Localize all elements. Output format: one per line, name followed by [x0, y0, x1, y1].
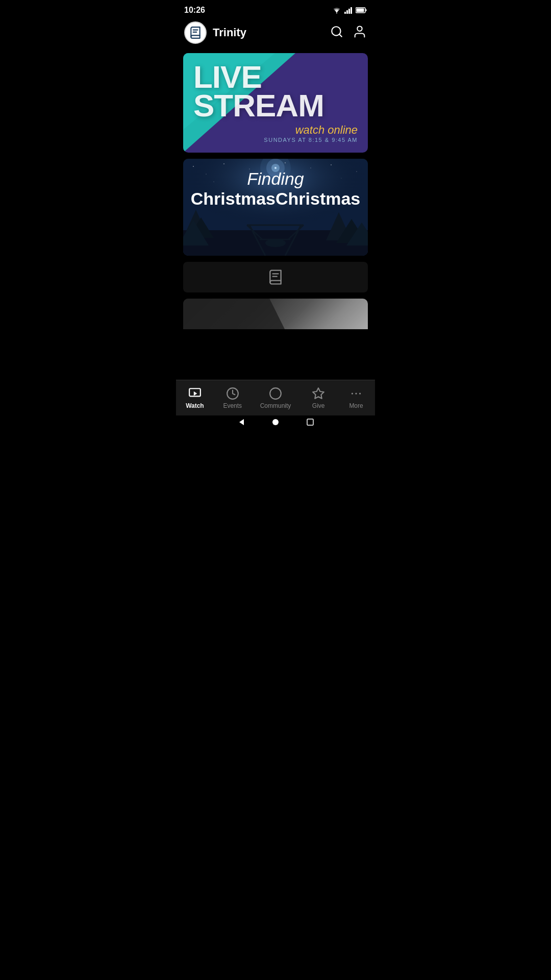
- give-nav-icon: [312, 387, 325, 400]
- content-area: LIVE STREAM watch online SUNDAYS AT 8:15…: [176, 49, 375, 381]
- svg-marker-54: [313, 388, 324, 399]
- schedule-text: SUNDAYS AT 8:15 & 9:45 AM: [193, 137, 358, 143]
- svg-point-23: [310, 167, 311, 168]
- partial-banner[interactable]: [183, 299, 368, 329]
- header-left: Trinity: [184, 21, 246, 44]
- svg-point-53: [270, 388, 281, 399]
- android-recent-button[interactable]: [306, 418, 315, 429]
- circle-icon: [269, 387, 282, 400]
- clock-icon: [226, 387, 239, 400]
- diagonal-overlay: [183, 299, 285, 329]
- svg-point-18: [193, 166, 194, 167]
- svg-rect-4: [350, 7, 352, 14]
- header: Trinity: [176, 18, 375, 49]
- svg-rect-6: [357, 9, 364, 12]
- profile-icon: [353, 24, 367, 39]
- search-icon: [330, 25, 343, 38]
- android-home-button[interactable]: [271, 418, 280, 429]
- nav-give[interactable]: Give: [303, 384, 334, 412]
- svg-rect-3: [348, 9, 350, 14]
- nav-community[interactable]: Community: [255, 384, 296, 412]
- live-text: LIVE: [193, 63, 358, 91]
- svg-point-55: [352, 393, 353, 394]
- signal-icon: [344, 7, 353, 14]
- christmas-text-overlay: Finding ChristmasChristmas: [183, 169, 368, 209]
- christmas-banner[interactable]: Finding ChristmasChristmas: [183, 159, 368, 256]
- watch-label: Watch: [186, 402, 204, 409]
- stream-text: STREAM: [193, 91, 358, 120]
- livestream-banner[interactable]: LIVE STREAM watch online SUNDAYS AT 8:15…: [183, 53, 368, 153]
- battery-icon: [356, 7, 367, 13]
- svg-point-24: [331, 164, 331, 165]
- nav-events[interactable]: Events: [217, 384, 248, 412]
- nav-watch[interactable]: Watch: [180, 384, 210, 412]
- book-open-icon: [267, 269, 284, 285]
- svg-point-56: [355, 393, 357, 394]
- search-button[interactable]: [330, 25, 343, 40]
- dots-icon: [349, 387, 363, 400]
- svg-rect-1: [344, 12, 346, 14]
- svg-point-0: [336, 13, 337, 14]
- bottom-nav: Watch Events Community Give: [176, 380, 375, 415]
- profile-button[interactable]: [353, 24, 367, 41]
- svg-rect-2: [346, 10, 348, 14]
- events-nav-icon: [226, 387, 239, 400]
- home-icon: [271, 418, 280, 427]
- status-icons: [332, 7, 367, 14]
- christmas-word: Christmas: [276, 189, 360, 208]
- svg-point-47: [265, 239, 286, 247]
- more-label: More: [349, 402, 363, 409]
- svg-rect-60: [307, 419, 313, 425]
- finding-text: Finding: [247, 169, 304, 188]
- android-back-button[interactable]: [236, 418, 245, 429]
- nav-more[interactable]: More: [341, 384, 371, 412]
- android-nav-bar: [176, 415, 375, 431]
- status-bar: 10:26: [176, 0, 375, 18]
- star-icon: [312, 387, 325, 400]
- svg-marker-51: [194, 391, 197, 396]
- svg-rect-7: [366, 9, 367, 11]
- give-label: Give: [312, 402, 325, 409]
- christmas-text: Christmas: [191, 189, 276, 208]
- recent-icon: [306, 418, 315, 427]
- livestream-text-overlay: LIVE STREAM watch online SUNDAYS AT 8:15…: [183, 53, 368, 153]
- back-icon: [236, 418, 245, 427]
- book-section[interactable]: [183, 262, 368, 292]
- book-logo-icon: [189, 26, 202, 39]
- status-time: 10:26: [184, 6, 205, 15]
- wifi-icon: [332, 7, 341, 14]
- app-logo[interactable]: [184, 21, 207, 44]
- svg-marker-58: [239, 419, 244, 425]
- svg-line-11: [339, 34, 342, 37]
- watch-nav-icon: [188, 387, 202, 400]
- svg-point-20: [223, 163, 224, 164]
- watch-online-text: watch online: [193, 124, 358, 137]
- svg-point-59: [272, 419, 279, 425]
- partial-banner-bg: [183, 299, 368, 329]
- play-icon: [188, 387, 202, 400]
- header-right: [330, 24, 367, 41]
- svg-point-57: [359, 393, 361, 394]
- community-label: Community: [260, 402, 291, 409]
- app-title: Trinity: [213, 26, 246, 39]
- community-nav-icon: [269, 387, 282, 400]
- svg-point-12: [357, 27, 362, 31]
- more-nav-icon: [349, 387, 363, 400]
- events-label: Events: [223, 402, 242, 409]
